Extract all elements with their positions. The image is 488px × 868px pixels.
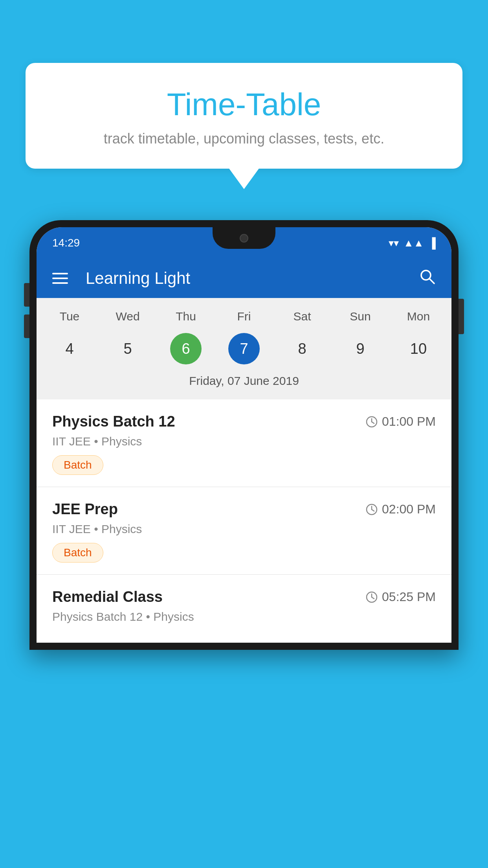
- date-10[interactable]: 10: [389, 333, 448, 364]
- calendar-dates: 4 5 6 7 8 9 10: [37, 333, 451, 364]
- battery-icon: ▐: [429, 237, 436, 249]
- item-1-title: Physics Batch 12: [52, 413, 175, 430]
- schedule-item-1-header: Physics Batch 12 01:00 PM: [52, 413, 436, 430]
- schedule-list: Physics Batch 12 01:00 PM IIT JEE • Phys…: [37, 399, 451, 643]
- clock-icon-3: [365, 591, 378, 603]
- item-2-title: JEE Prep: [52, 501, 118, 518]
- signal-icon: ▲▲: [404, 237, 424, 249]
- schedule-item-2-header: JEE Prep 02:00 PM: [52, 501, 436, 518]
- clock-icon: [365, 416, 378, 428]
- volume-down-button: [24, 314, 29, 338]
- date-8[interactable]: 8: [273, 333, 331, 364]
- date-9[interactable]: 9: [331, 333, 389, 364]
- item-2-subtitle: IIT JEE • Physics: [52, 522, 436, 536]
- item-2-time: 02:00 PM: [365, 502, 436, 517]
- date-7-selected[interactable]: 7: [228, 333, 260, 364]
- schedule-item-3[interactable]: Remedial Class 05:25 PM Physics Batch 12…: [37, 575, 451, 643]
- date-5[interactable]: 5: [99, 333, 157, 364]
- calendar-section: Tue Wed Thu Fri Sat Sun Mon 4 5 6 7 8 9 …: [37, 298, 451, 399]
- day-wed: Wed: [99, 306, 157, 327]
- svg-line-1: [429, 279, 434, 283]
- item-1-time: 01:00 PM: [365, 414, 436, 429]
- bubble-subtitle: track timetable, upcoming classes, tests…: [45, 131, 443, 147]
- phone-mockup: 14:29 ▾▾ ▲▲ ▐ Learning Light: [29, 220, 459, 868]
- status-icons: ▾▾ ▲▲ ▐: [389, 237, 436, 249]
- status-time: 14:29: [52, 237, 80, 249]
- svg-line-10: [372, 597, 374, 599]
- day-thu: Thu: [157, 306, 215, 327]
- speech-bubble-container: Time-Table track timetable, upcoming cla…: [26, 63, 462, 169]
- day-tue: Tue: [40, 306, 99, 327]
- calendar-header: Tue Wed Thu Fri Sat Sun Mon: [37, 306, 451, 327]
- svg-line-4: [372, 422, 374, 423]
- item-2-badge: Batch: [52, 543, 103, 563]
- search-icon[interactable]: [418, 268, 436, 289]
- menu-icon[interactable]: [52, 273, 68, 284]
- phone-outer: 14:29 ▾▾ ▲▲ ▐ Learning Light: [29, 220, 459, 650]
- selected-date-label: Friday, 07 June 2019: [37, 370, 451, 395]
- schedule-item-1[interactable]: Physics Batch 12 01:00 PM IIT JEE • Phys…: [37, 399, 451, 487]
- bubble-title: Time-Table: [45, 86, 443, 123]
- day-fri: Fri: [215, 306, 273, 327]
- day-sat: Sat: [273, 306, 331, 327]
- volume-up-button: [24, 283, 29, 307]
- app-bar: Learning Light: [37, 259, 451, 298]
- schedule-item-2[interactable]: JEE Prep 02:00 PM IIT JEE • Physics Batc…: [37, 487, 451, 575]
- item-3-title: Remedial Class: [52, 588, 163, 605]
- date-4[interactable]: 4: [40, 333, 99, 364]
- date-6-today[interactable]: 6: [170, 333, 202, 364]
- power-button: [459, 299, 464, 334]
- day-mon: Mon: [389, 306, 448, 327]
- schedule-item-3-header: Remedial Class 05:25 PM: [52, 588, 436, 605]
- status-bar: 14:29 ▾▾ ▲▲ ▐: [37, 227, 451, 259]
- app-title: Learning Light: [86, 269, 407, 288]
- svg-line-7: [372, 509, 374, 511]
- item-3-subtitle: Physics Batch 12 • Physics: [52, 610, 436, 623]
- speech-bubble: Time-Table track timetable, upcoming cla…: [26, 63, 462, 169]
- item-1-subtitle: IIT JEE • Physics: [52, 435, 436, 448]
- item-3-time: 05:25 PM: [365, 590, 436, 604]
- wifi-icon: ▾▾: [389, 237, 399, 249]
- clock-icon-2: [365, 503, 378, 516]
- day-sun: Sun: [331, 306, 389, 327]
- item-1-badge: Batch: [52, 455, 103, 475]
- phone-screen: 14:29 ▾▾ ▲▲ ▐ Learning Light: [37, 227, 451, 643]
- camera: [240, 234, 248, 243]
- notch: [213, 227, 275, 249]
